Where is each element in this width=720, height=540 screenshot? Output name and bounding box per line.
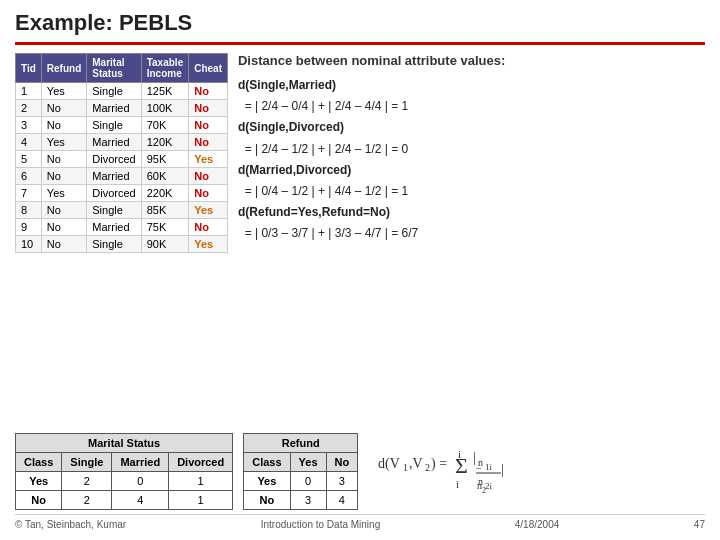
- marital-no-class: No: [16, 491, 62, 510]
- footer: © Tan, Steinbach, Kumar Introduction to …: [15, 514, 705, 530]
- svg-text:) =: ) =: [431, 456, 447, 472]
- table-row: 7 Yes Divorced 220K No: [16, 185, 228, 202]
- footer-course: Introduction to Data Mining: [261, 519, 381, 530]
- distance-formulas: d(Single,Married) = | 2/4 – 0/4 | + | 2/…: [238, 76, 705, 246]
- table-row: No 2 4 1: [16, 491, 233, 510]
- formula-2a: d(Single,Divorced): [238, 118, 705, 137]
- marital-no-single: 2: [62, 491, 112, 510]
- refund-table: Refund Class Yes No Yes 0 3 No: [243, 433, 358, 510]
- formula-3b: = | 0/4 – 1/2 | + | 4/4 – 1/2 | = 1: [238, 182, 705, 201]
- cell-cheat: Yes: [189, 202, 228, 219]
- marital-status-header: Marital Status: [16, 434, 233, 453]
- col-header-income: TaxableIncome: [141, 54, 189, 83]
- refund-class-header: Class: [244, 453, 290, 472]
- svg-text:–: –: [475, 462, 482, 473]
- cell-marital: Married: [87, 168, 141, 185]
- page-title: Example: PEBLS: [15, 10, 705, 36]
- refund-header: Refund: [244, 434, 358, 453]
- cell-tid: 9: [16, 219, 42, 236]
- cell-refund: No: [41, 168, 86, 185]
- cell-marital: Married: [87, 134, 141, 151]
- marital-divorced-header: Divorced: [169, 453, 233, 472]
- refund-no-header: No: [326, 453, 358, 472]
- formula-1a: d(Single,Married): [238, 76, 705, 95]
- table-row: 2 No Married 100K No: [16, 100, 228, 117]
- cell-tid: 7: [16, 185, 42, 202]
- cell-income: 70K: [141, 117, 189, 134]
- cell-tid: 1: [16, 83, 42, 100]
- table-row: 8 No Single 85K Yes: [16, 202, 228, 219]
- marital-single-header: Single: [62, 453, 112, 472]
- cell-marital: Married: [87, 100, 141, 117]
- col-header-tid: Tid: [16, 54, 42, 83]
- cell-income: 75K: [141, 219, 189, 236]
- cell-refund: No: [41, 100, 86, 117]
- table-row: 10 No Single 90K Yes: [16, 236, 228, 253]
- right-content: Distance between nominal attribute value…: [238, 53, 705, 423]
- refund-yes-class: Yes: [244, 472, 290, 491]
- table-row: 6 No Married 60K No: [16, 168, 228, 185]
- cell-income: 60K: [141, 168, 189, 185]
- cell-income: 90K: [141, 236, 189, 253]
- cell-cheat: Yes: [189, 236, 228, 253]
- cell-marital: Married: [87, 219, 141, 236]
- col-header-refund: Refund: [41, 54, 86, 83]
- svg-text:2i: 2i: [485, 481, 493, 491]
- marital-status-table: Marital Status Class Single Married Divo…: [15, 433, 233, 510]
- table-row: 9 No Married 75K No: [16, 219, 228, 236]
- refund-yes-yes: 0: [290, 472, 326, 491]
- formula-4a: d(Refund=Yes,Refund=No): [238, 203, 705, 222]
- cell-cheat: No: [189, 134, 228, 151]
- marital-yes-divorced: 1: [169, 472, 233, 491]
- cell-income: 220K: [141, 185, 189, 202]
- refund-no-class: No: [244, 491, 290, 510]
- cell-cheat: No: [189, 117, 228, 134]
- cell-marital: Divorced: [87, 185, 141, 202]
- page: Example: PEBLS Tid Refund MaritalStatus …: [0, 0, 720, 540]
- formula-3a: d(Married,Divorced): [238, 161, 705, 180]
- cell-cheat: No: [189, 185, 228, 202]
- footer-copyright: © Tan, Steinbach, Kumar: [15, 519, 126, 530]
- cell-income: 125K: [141, 83, 189, 100]
- cell-marital: Single: [87, 117, 141, 134]
- cell-tid: 4: [16, 134, 42, 151]
- marital-no-divorced: 1: [169, 491, 233, 510]
- cell-refund: Yes: [41, 185, 86, 202]
- marital-yes-married: 0: [112, 472, 169, 491]
- distance-title: Distance between nominal attribute value…: [238, 53, 705, 68]
- cell-refund: No: [41, 202, 86, 219]
- svg-text:|: |: [501, 462, 504, 477]
- cell-marital: Divorced: [87, 151, 141, 168]
- cell-cheat: No: [189, 219, 228, 236]
- cell-income: 120K: [141, 134, 189, 151]
- left-table-container: Tid Refund MaritalStatus TaxableIncome C…: [15, 53, 228, 423]
- svg-text:|: |: [473, 450, 476, 465]
- cell-refund: Yes: [41, 134, 86, 151]
- refund-no-yes: 3: [290, 491, 326, 510]
- refund-yes-no: 3: [326, 472, 358, 491]
- table-row: Yes 2 0 1: [16, 472, 233, 491]
- cell-tid: 5: [16, 151, 42, 168]
- cell-refund: No: [41, 219, 86, 236]
- marital-yes-class: Yes: [16, 472, 62, 491]
- cell-income: 100K: [141, 100, 189, 117]
- formula-area: d(V 1 ,V 2 ) = i Σ i n 1i – n 2i | | n 2: [368, 433, 538, 503]
- refund-table-wrap: Refund Class Yes No Yes 0 3 No: [243, 433, 358, 510]
- table-row: 3 No Single 70K No: [16, 117, 228, 134]
- red-divider: [15, 42, 705, 45]
- cell-cheat: No: [189, 83, 228, 100]
- svg-text:Σ: Σ: [455, 453, 468, 478]
- cell-tid: 10: [16, 236, 42, 253]
- cell-marital: Single: [87, 202, 141, 219]
- marital-married-header: Married: [112, 453, 169, 472]
- bottom-section: Marital Status Class Single Married Divo…: [15, 433, 705, 510]
- cell-tid: 6: [16, 168, 42, 185]
- table-row: 4 Yes Married 120K No: [16, 134, 228, 151]
- formula-1b: = | 2/4 – 0/4 | + | 2/4 – 4/4 | = 1: [238, 97, 705, 116]
- formula-4b: = | 0/3 – 3/7 | + | 3/3 – 4/7 | = 6/7: [238, 224, 705, 243]
- col-header-marital: MaritalStatus: [87, 54, 141, 83]
- refund-no-no: 4: [326, 491, 358, 510]
- footer-page: 47: [694, 519, 705, 530]
- table-row: No 3 4: [244, 491, 358, 510]
- svg-text:1: 1: [403, 462, 408, 473]
